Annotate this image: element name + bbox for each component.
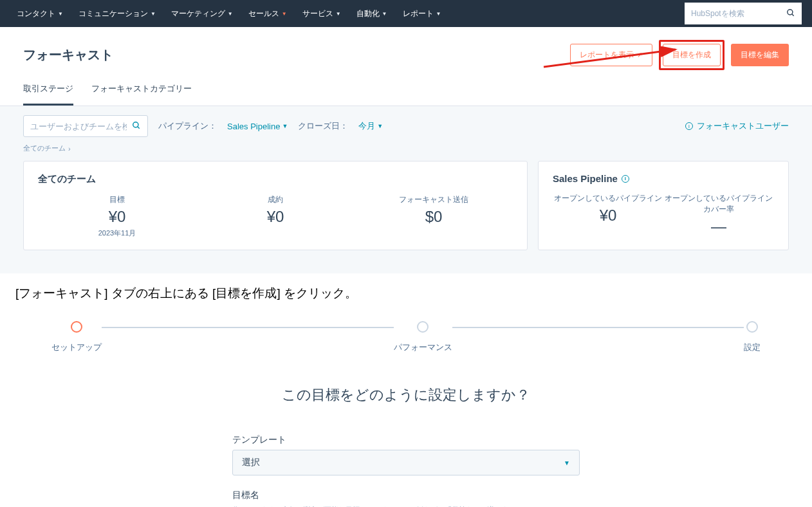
filter-row: パイプライン： Sales Pipeline ▼ クローズ日： 今月 ▼ i フ… xyxy=(23,115,789,137)
breadcrumb-item: 全てのチーム xyxy=(23,143,66,153)
nav-label: レポート xyxy=(403,8,434,19)
step-settings[interactable]: 設定 xyxy=(744,321,761,353)
metric-coverage-rate: オープンしているパイプラインカバー率 — xyxy=(663,193,774,235)
metric-value: ¥0 xyxy=(38,208,196,226)
global-search[interactable] xyxy=(685,3,802,24)
filter-area: パイプライン： Sales Pipeline ▼ クローズ日： 今月 ▼ i フ… xyxy=(0,106,812,273)
close-date-filter-value[interactable]: 今月 ▼ xyxy=(358,120,383,132)
nav-item-reports[interactable]: レポート ▼ xyxy=(396,5,448,23)
nav-item-automation[interactable]: 自動化 ▼ xyxy=(350,5,394,23)
close-date-filter-label: クローズ日： xyxy=(298,120,348,132)
step-label: セットアップ xyxy=(51,342,102,353)
tab-forecast-category[interactable]: フォーキャストカテゴリー xyxy=(91,83,192,106)
sales-pipeline-card: Sales Pipeline i オープンしているパイプライン ¥0 オープンし… xyxy=(538,161,789,250)
card-title: Sales Pipeline i xyxy=(553,173,774,184)
chevron-down-icon: ▼ xyxy=(436,11,441,17)
goal-setup-form: この目標をどのように設定しますか？ テンプレート 選択 ▼ 目標名 分かりやすく… xyxy=(219,385,593,507)
header-actions: レポートを表示 ↗ 目標を作成 目標を編集 xyxy=(570,40,789,70)
nav-label: セールス xyxy=(248,8,279,19)
chevron-down-icon: ▼ xyxy=(151,11,156,17)
nav-item-sales[interactable]: セールス ▼ xyxy=(242,5,293,23)
step-circle-icon xyxy=(417,321,429,333)
svg-point-0 xyxy=(788,9,793,14)
info-icon[interactable]: i xyxy=(622,175,629,183)
metric-sub: 2023年11月 xyxy=(38,228,196,238)
external-link-icon: ↗ xyxy=(637,51,643,59)
stepper: セットアップ パフォーマンス 設定 xyxy=(0,321,812,353)
pipeline-filter-label: パイプライン： xyxy=(158,120,217,132)
card-title-text: Sales Pipeline xyxy=(553,173,618,184)
card-title: 全てのチーム xyxy=(38,173,513,185)
chevron-right-icon: › xyxy=(68,145,71,152)
nav-label: 自動化 xyxy=(356,8,380,19)
search-icon xyxy=(132,121,141,132)
chevron-down-icon: ▼ xyxy=(58,11,63,17)
global-search-input[interactable] xyxy=(691,9,781,18)
filter-value-text: 今月 xyxy=(358,120,375,132)
filter-value-text: Sales Pipeline xyxy=(227,122,280,131)
nav-item-contacts[interactable]: コンタクト ▼ xyxy=(10,5,69,23)
create-goal-button[interactable]: 目標を作成 xyxy=(663,44,721,66)
chevron-down-icon: ▼ xyxy=(282,11,287,17)
button-label: 目標を作成 xyxy=(672,50,711,60)
step-setup[interactable]: セットアップ xyxy=(51,321,102,353)
nav-item-service[interactable]: サービス ▼ xyxy=(296,5,347,23)
instruction-caption: [フォーキャスト] タブの右上にある [目標を作成] をクリック。 xyxy=(0,273,812,321)
metric-label: オープンしているパイプライン xyxy=(553,193,663,204)
template-field-group: テンプレート 選択 ▼ xyxy=(232,434,580,475)
step-circle-icon xyxy=(746,321,758,333)
all-teams-card: 全てのチーム 目標 ¥0 2023年11月 成約 ¥0 フォーキャスト送信 $0 xyxy=(23,161,528,250)
show-report-button[interactable]: レポートを表示 ↗ xyxy=(570,44,652,66)
metric-label: 目標 xyxy=(38,194,196,205)
chevron-down-icon: ▼ xyxy=(377,123,383,129)
step-line xyxy=(102,327,394,328)
step-performance[interactable]: パフォーマンス xyxy=(394,321,452,353)
chevron-down-icon: ▼ xyxy=(564,459,570,466)
goal-name-label: 目標名 xyxy=(232,490,580,501)
template-select[interactable]: 選択 ▼ xyxy=(232,450,580,475)
metric-label: フォーキャスト送信 xyxy=(355,194,513,205)
pipeline-filter-value[interactable]: Sales Pipeline ▼ xyxy=(227,122,288,131)
metric-value: — xyxy=(663,217,774,235)
form-heading: この目標をどのように設定しますか？ xyxy=(232,385,580,405)
metric-value: ¥0 xyxy=(553,207,663,225)
metric-label: オープンしているパイプラインカバー率 xyxy=(663,193,774,215)
metric-value: $0 xyxy=(355,208,513,226)
summary-cards: 全てのチーム 目標 ¥0 2023年11月 成約 ¥0 フォーキャスト送信 $0 xyxy=(23,161,789,262)
button-label: 目標を編集 xyxy=(741,50,779,60)
metric-goal: 目標 ¥0 2023年11月 xyxy=(38,194,196,238)
chevron-down-icon: ▼ xyxy=(282,123,288,129)
step-circle-icon xyxy=(71,321,82,333)
metrics-row: 目標 ¥0 2023年11月 成約 ¥0 フォーキャスト送信 $0 xyxy=(38,194,513,238)
breadcrumb[interactable]: 全てのチーム › xyxy=(23,143,789,153)
page-title: フォーキャスト xyxy=(23,46,113,64)
nav-items: コンタクト ▼ コミュニケーション ▼ マーケティング ▼ セールス ▼ サービ… xyxy=(10,5,447,23)
nav-item-communication[interactable]: コミュニケーション ▼ xyxy=(72,5,162,23)
tabs: 取引ステージ フォーキャストカテゴリー xyxy=(0,70,812,106)
metrics-row: オープンしているパイプライン ¥0 オープンしているパイプラインカバー率 — xyxy=(553,193,774,235)
step-line xyxy=(452,327,744,328)
annotation-highlight: 目標を作成 xyxy=(659,40,724,70)
chevron-down-icon: ▼ xyxy=(382,11,387,17)
info-icon: i xyxy=(685,122,693,130)
nav-item-marketing[interactable]: マーケティング ▼ xyxy=(165,5,239,23)
metric-label: 成約 xyxy=(196,194,355,205)
select-value: 選択 xyxy=(242,457,260,468)
link-label: フォーキャストユーザー xyxy=(697,120,789,132)
step-label: 設定 xyxy=(744,342,761,353)
page-header: フォーキャスト レポートを表示 ↗ 目標を作成 目標を編集 xyxy=(0,27,812,70)
nav-label: コンタクト xyxy=(17,8,55,19)
forecast-user-link[interactable]: i フォーキャストユーザー xyxy=(685,120,789,132)
edit-goal-button[interactable]: 目標を編集 xyxy=(731,44,789,66)
user-team-search[interactable] xyxy=(23,115,148,137)
metric-forecast-submit: フォーキャスト送信 $0 xyxy=(355,194,513,238)
nav-label: マーケティング xyxy=(171,8,225,19)
goal-name-field-group: 目標名 分かりやすく、実行や測定が可能な目標にしてください（例えば、「収益を20… xyxy=(232,490,580,507)
nav-label: サービス xyxy=(302,8,333,19)
user-team-search-input[interactable] xyxy=(30,122,127,131)
metric-open-pipeline: オープンしているパイプライン ¥0 xyxy=(553,193,663,235)
step-label: パフォーマンス xyxy=(394,342,452,353)
metric-value: ¥0 xyxy=(196,208,355,226)
search-icon xyxy=(786,8,795,19)
tab-deal-stage[interactable]: 取引ステージ xyxy=(23,83,73,106)
